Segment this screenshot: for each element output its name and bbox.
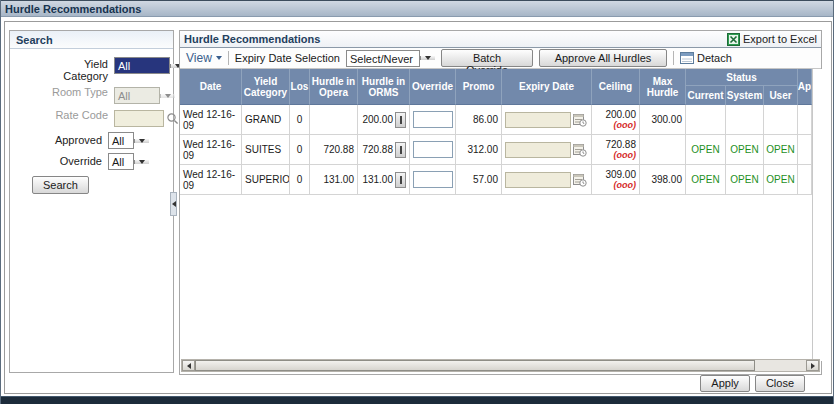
- date-picker-icon[interactable]: [573, 173, 587, 187]
- date-picker-icon[interactable]: [573, 113, 587, 127]
- room-type-dropdown-button: [160, 94, 175, 98]
- export-to-excel-link[interactable]: Export to Excel: [727, 33, 817, 46]
- expiry-selection-dropdown-button[interactable]: [420, 56, 435, 60]
- col-header-date[interactable]: Date: [180, 69, 242, 105]
- cell-status-current: [686, 105, 726, 135]
- date-picker-icon[interactable]: [573, 143, 587, 157]
- cell-expiry-date: [502, 165, 592, 195]
- detail-icon: [400, 116, 402, 124]
- yield-category-select[interactable]: All: [114, 57, 170, 74]
- expiry-date-input[interactable]: [505, 112, 571, 128]
- expiry-date-selection-value: Select/Never: [347, 51, 419, 66]
- scroll-left-button[interactable]: [182, 360, 195, 371]
- detach-button[interactable]: Detach: [680, 52, 732, 64]
- orms-value: 131.00: [362, 174, 393, 185]
- rate-code-label: Rate Code: [40, 109, 108, 121]
- override-value: All: [109, 154, 133, 169]
- orms-detail-button[interactable]: [395, 112, 406, 128]
- excel-icon: [727, 33, 740, 46]
- col-header-hurdle-in-opera[interactable]: Hurdle in Opera: [310, 69, 358, 105]
- col-header-promo[interactable]: Promo: [456, 69, 502, 105]
- cell-override: [410, 105, 456, 135]
- cell-hurdle-in-opera: [310, 105, 358, 135]
- splitter-collapse-button[interactable]: [170, 192, 177, 216]
- orms-detail-button[interactable]: [395, 142, 406, 158]
- cell-hurdle-in-opera: 131.00: [310, 165, 358, 195]
- yield-category-label: Yield Category: [40, 58, 108, 82]
- window-title: Hurdle Recommendations: [1, 0, 834, 17]
- cell-max-hurdle: [640, 135, 686, 165]
- arrow-left-icon: [187, 363, 191, 369]
- cell-hurdle-in-opera: 720.88: [310, 135, 358, 165]
- override-label: Override: [40, 155, 102, 167]
- col-header-override[interactable]: Override: [410, 69, 456, 105]
- search-button[interactable]: Search: [32, 176, 89, 194]
- expiry-date-selection-label: Expiry Date Selection: [235, 52, 340, 64]
- col-header-expiry-date[interactable]: Expiry Date: [502, 69, 592, 105]
- cell-hurdle-in-orms: 720.88: [358, 135, 410, 165]
- cell-los: 0: [290, 135, 310, 165]
- approved-select[interactable]: All: [108, 132, 134, 149]
- cell-status-system: OPEN: [726, 165, 764, 195]
- table-row[interactable]: Wed 12-16-09 SUITES 0 720.88 720.88 312.…: [180, 135, 812, 165]
- cell-promo: 312.00: [456, 135, 502, 165]
- cell-status-current: OPEN: [686, 165, 726, 195]
- ceiling-note: (ooo): [614, 180, 637, 191]
- override-input[interactable]: [413, 171, 453, 188]
- cell-yield: SUITES: [242, 135, 290, 165]
- override-input[interactable]: [413, 111, 453, 128]
- approve-all-hurdles-button[interactable]: Approve All Hurdles: [539, 49, 667, 67]
- cell-approved-clipped: [798, 135, 812, 165]
- expiry-date-selection-select[interactable]: Select/Never: [346, 50, 420, 67]
- col-header-system[interactable]: System: [726, 86, 764, 105]
- col-header-ceiling[interactable]: Ceiling: [592, 69, 640, 105]
- apply-button[interactable]: Apply: [700, 375, 750, 392]
- cell-status-current: OPEN: [686, 135, 726, 165]
- table-toolbar: View Expiry Date Selection Select/Never …: [180, 48, 821, 69]
- toolbar-separator: [228, 51, 229, 65]
- batch-override-button[interactable]: Batch Override: [441, 49, 533, 67]
- view-menu-button[interactable]: View: [186, 51, 222, 65]
- table-row[interactable]: Wed 12-16-09 SUPERIOR 0 131.00 131.00 57…: [180, 165, 812, 195]
- rate-code-input: [114, 110, 164, 127]
- expiry-date-input[interactable]: [505, 142, 571, 158]
- override-dropdown-button[interactable]: [134, 160, 149, 164]
- table-row[interactable]: Wed 12-16-09 GRAND 0 200.00 86.00: [180, 105, 812, 135]
- override-input[interactable]: [413, 141, 453, 158]
- scroll-right-button[interactable]: [806, 360, 819, 371]
- detail-icon: [400, 176, 402, 184]
- cell-status-system: [726, 105, 764, 135]
- main-panel-title: Hurdle Recommendations: [184, 33, 320, 45]
- ceiling-note: (ooo): [614, 120, 637, 131]
- detail-icon: [400, 146, 402, 154]
- cell-status-system: OPEN: [726, 135, 764, 165]
- cell-promo: 86.00: [456, 105, 502, 135]
- cell-status-user: OPEN: [764, 135, 798, 165]
- orms-detail-button[interactable]: [395, 172, 406, 188]
- col-header-approved-clipped[interactable]: Ap: [798, 69, 812, 105]
- collapse-left-icon: [172, 201, 176, 207]
- scrollbar-track[interactable]: [755, 360, 806, 371]
- close-button[interactable]: Close: [755, 375, 805, 392]
- horizontal-scrollbar[interactable]: [181, 359, 820, 372]
- expiry-date-input[interactable]: [505, 172, 571, 188]
- col-header-user[interactable]: User: [764, 86, 798, 105]
- col-header-current[interactable]: Current: [686, 86, 726, 105]
- scrollbar-thumb[interactable]: [195, 360, 755, 371]
- cell-los: 0: [290, 165, 310, 195]
- footer-button-bar: Apply Close: [700, 375, 805, 392]
- approved-value: All: [109, 133, 133, 148]
- col-header-max-hurdle[interactable]: Max Hurdle: [640, 69, 686, 105]
- col-header-yield-category[interactable]: Yield Category: [242, 69, 290, 105]
- chevron-down-icon: [139, 160, 145, 164]
- hurdle-table: Date Yield Category Los Hurdle in Opera …: [180, 69, 812, 195]
- col-header-hurdle-in-orms[interactable]: Hurdle in ORMS: [358, 69, 410, 105]
- ceiling-value: 200.00: [605, 109, 636, 120]
- chevron-down-icon: [216, 56, 222, 60]
- search-panel-title: Search: [10, 31, 173, 49]
- approved-dropdown-button[interactable]: [134, 139, 149, 143]
- col-header-los[interactable]: Los: [290, 69, 310, 105]
- magnifier-icon[interactable]: [166, 112, 179, 125]
- cell-status-user: OPEN: [764, 165, 798, 195]
- override-select[interactable]: All: [108, 153, 134, 170]
